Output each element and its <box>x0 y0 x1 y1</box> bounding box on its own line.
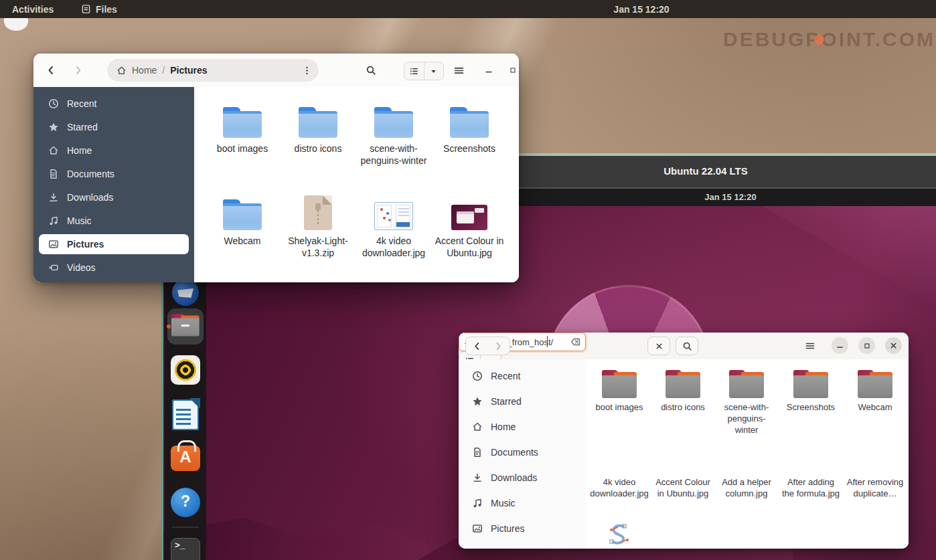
focused-app-label: Files <box>96 4 117 15</box>
focused-app-menu[interactable]: Files <box>81 0 117 18</box>
sidebar-item-downloads[interactable]: Downloads <box>463 466 580 489</box>
back-button[interactable] <box>40 60 62 81</box>
sidebar-item-downloads[interactable]: Downloads <box>39 187 189 207</box>
menu-button[interactable] <box>799 337 822 355</box>
dots-vertical-icon[interactable] <box>302 66 312 76</box>
sidebar-label: Home <box>67 145 92 156</box>
search-button[interactable] <box>676 337 698 355</box>
file-name: Accent Colour in Ubuntu.jpg <box>435 236 504 259</box>
jpg-thumbnail <box>451 205 487 230</box>
sidebar-item-recent[interactable]: Recent <box>39 94 189 114</box>
close-button[interactable] <box>885 337 902 354</box>
thunderbird-icon[interactable] <box>172 279 199 306</box>
clock-menu[interactable]: Jan 15 12:20 <box>613 0 669 18</box>
file-tile[interactable]: 4k video downloader.jpg <box>359 193 428 259</box>
image-file-icon <box>604 448 635 473</box>
sidebar-item-starred[interactable]: Starred <box>39 117 189 137</box>
files-window-vm: 43/pictures_from_host/ Recent Starred Ho… <box>459 333 909 549</box>
file-name: Screenshots <box>435 143 504 155</box>
maximize-button[interactable] <box>502 60 519 81</box>
sidebar-item-music[interactable]: Music <box>39 211 189 231</box>
view-toggle-button[interactable] <box>404 62 444 80</box>
menu-button[interactable] <box>448 60 469 81</box>
forward-button[interactable] <box>487 337 510 355</box>
maximize-button[interactable] <box>858 337 875 354</box>
sidebar-item-home[interactable]: Home <box>39 141 189 161</box>
breadcrumb[interactable]: Home / Pictures <box>107 59 319 82</box>
terminal-icon[interactable] <box>171 538 200 560</box>
headerbar[interactable]: Home / Pictures <box>33 54 519 88</box>
sidebar-item-pictures[interactable]: Pictures <box>39 234 189 254</box>
file-tile[interactable]: Accent Colour in Ubuntu.jpg <box>435 193 504 259</box>
breadcrumb-root[interactable]: Home <box>132 65 157 76</box>
file-name: 4k video downloader.jpg <box>589 477 649 500</box>
files-app-active-background[interactable] <box>167 308 204 345</box>
file-name: After removing duplicate… <box>845 477 905 500</box>
file-name: distro icons <box>283 143 353 155</box>
file-tile[interactable]: CalcSheet <box>845 515 905 549</box>
file-name: Add a helper column.jpg <box>716 477 777 500</box>
sidebar-item-pictures[interactable]: Pictures <box>463 517 580 540</box>
sidebar-item-starred[interactable]: Starred <box>463 390 580 413</box>
file-tile[interactable]: Screenshots <box>435 100 504 155</box>
breadcrumb-current[interactable]: Pictures <box>170 65 207 76</box>
image-file-icon <box>668 448 698 473</box>
sidebar-item-documents[interactable]: Documents <box>39 164 189 184</box>
sidebar-item-music[interactable]: Music <box>463 492 580 515</box>
file-name: Webcam <box>208 236 277 248</box>
help-icon[interactable] <box>171 488 200 517</box>
desktop: DEBUGPOINT.COM Ubuntu 22.04 LTS Jan 15 1… <box>0 0 936 560</box>
file-tile[interactable]: Basic Title <box>653 515 713 549</box>
forward-button[interactable] <box>68 60 89 81</box>
file-tile[interactable]: Accent Colour in Ubuntu.jpg <box>653 440 713 500</box>
file-tile[interactable]: scene-with-penguins-winter <box>359 100 428 167</box>
file-name: scene-with-penguins-winter <box>359 143 428 167</box>
sidebar-item-videos[interactable]: Videos <box>39 258 189 278</box>
image-file-icon <box>731 448 762 473</box>
file-tile[interactable]: Webcam <box>208 193 277 248</box>
folder-icon <box>223 107 262 138</box>
activities-button[interactable]: Activities <box>12 0 54 18</box>
close-location-button[interactable] <box>647 337 670 355</box>
sidebar-label: Videos <box>67 262 96 273</box>
ubuntu-software-icon[interactable] <box>171 446 200 471</box>
minimize-button[interactable] <box>832 337 848 354</box>
file-tile[interactable]: After adding the formula.jpg <box>781 440 841 500</box>
folder-icon <box>223 199 262 230</box>
file-tile[interactable]: distro icons <box>653 365 713 413</box>
file-tile[interactable]: 4k video downloader.jpg <box>589 440 649 500</box>
file-name: Webcam <box>845 402 905 413</box>
file-tile[interactable]: Add a helper column.jpg <box>716 440 777 500</box>
file-tile[interactable]: Webcam <box>845 365 905 413</box>
back-button[interactable] <box>465 337 488 355</box>
file-name: boot images <box>589 402 649 413</box>
libreoffice-writer-icon[interactable] <box>172 399 199 430</box>
file-tile[interactable]: boot images <box>208 100 277 155</box>
minimize-button[interactable] <box>478 60 499 81</box>
sidebar-label: Music <box>67 215 92 226</box>
sidebar-item-recent[interactable]: Recent <box>463 365 580 387</box>
search-button[interactable] <box>360 60 382 81</box>
file-tile[interactable]: After removing duplicate… <box>845 440 905 500</box>
rhythmbox-icon[interactable] <box>171 355 200 385</box>
file-tile[interactable]: Screenshots <box>781 365 841 413</box>
clear-entry-icon[interactable] <box>570 337 581 347</box>
image-file-icon <box>860 448 890 473</box>
file-grid[interactable]: boot images distro icons scene-with-peng… <box>586 359 909 549</box>
file-tile[interactable]: Shelyak-Light-v1.3.zip <box>283 193 353 259</box>
vm-window-title: Ubuntu 22.04 LTS <box>664 165 748 177</box>
file-tile[interactable]: Blackbox <box>716 515 777 549</box>
file-tile[interactable]: boot images <box>589 365 649 413</box>
headerbar[interactable]: 43/pictures_from_host/ <box>459 333 909 360</box>
folder-icon <box>299 107 337 138</box>
file-tile[interactable]: distro icons <box>283 100 353 155</box>
file-tile[interactable]: scene-with-penguins-winter <box>716 365 777 436</box>
file-tile[interactable]: Aashit-icon <box>589 515 649 549</box>
view-options-dropdown-icon[interactable] <box>424 62 444 80</box>
sidebar-item-documents[interactable]: Documents <box>463 441 580 464</box>
list-view-icon[interactable] <box>404 62 424 80</box>
file-grid[interactable]: boot images distro icons scene-with-peng… <box>194 87 519 282</box>
sidebar-item-home[interactable]: Home <box>463 415 580 438</box>
file-tile[interactable]: blissful-i-Sc <box>781 515 841 549</box>
file-name: Accent Colour in Ubuntu.jpg <box>653 477 713 500</box>
